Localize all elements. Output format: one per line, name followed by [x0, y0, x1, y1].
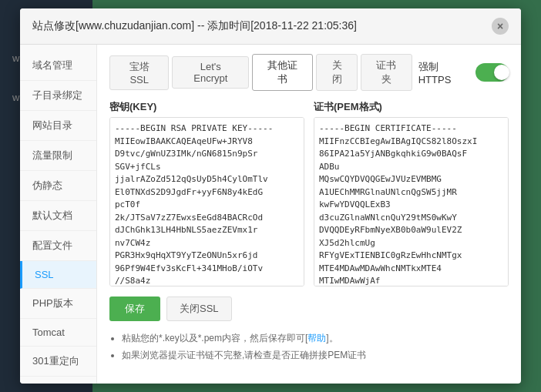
tab-close[interactable]: 关闭 [316, 54, 358, 91]
sidebar-item-tomcat[interactable]: Tomcat [20, 319, 96, 347]
tab-baota-ssl[interactable]: 宝塔SSL [109, 55, 169, 90]
cert-textarea[interactable]: -----BEGIN CERTIFICATE----- MIIFnzCCBIeg… [314, 117, 509, 286]
modal-body: 域名管理 子目录绑定 网站目录 流量限制 伪静态 默认文档 配置文件 SSL P… [20, 45, 521, 384]
sidebar-item-rewrite[interactable]: 伪静态 [20, 171, 96, 201]
modal-title: 站点修改[www.chuzudanjian.com] -- 添加时间[2018-… [32, 19, 357, 33]
cert-field: 证书(PEM格式) -----BEGIN CERTIFICATE----- MI… [314, 100, 509, 289]
sidebar-item-flowlimit[interactable]: 流量限制 [20, 141, 96, 171]
tab-letsencrypt[interactable]: Let's Encrypt [172, 56, 249, 89]
sidebar-item-phpver[interactable]: PHP版本 [20, 289, 96, 319]
sidebar-item-domainmgr[interactable]: 域名管理 [20, 51, 96, 81]
force-https-label: 强制HTTPS [418, 60, 468, 85]
save-button[interactable]: 保存 [109, 297, 160, 321]
modal-sidebar: 域名管理 子目录绑定 网站目录 流量限制 伪静态 默认文档 配置文件 SSL P… [20, 45, 97, 384]
toggle-slider[interactable] [475, 63, 509, 82]
close-ssl-button[interactable]: 关闭SSL [166, 297, 232, 321]
cert-label: 证书(PEM格式) [314, 100, 509, 114]
key-field: 密钥(KEY) -----BEGIN RSA PRIVATE KEY----- … [109, 100, 304, 289]
close-button[interactable]: × [492, 18, 509, 35]
sidebar-item-webdir[interactable]: 网站目录 [20, 111, 96, 141]
tabs-row: 宝塔SSL Let's Encrypt 其他证书 关闭 证书夹 强制HTTPS [109, 54, 509, 91]
action-row: 保存 关闭SSL [109, 297, 509, 321]
sidebar-item-defaultdoc[interactable]: 默认文档 [20, 201, 96, 231]
sidebar-item-configfile[interactable]: 配置文件 [20, 231, 96, 261]
tip-text-2: 如果浏览器提示证书链不完整,请检查是否正确拼接PEM证书 [122, 350, 366, 360]
tips-list: 粘贴您的*.key以及*.pem内容，然后保存即可[帮助]。 如果浏览器提示证书… [109, 330, 509, 364]
tab-other-cert[interactable]: 其他证书 [252, 54, 313, 91]
tip-help-link[interactable]: 帮助 [307, 333, 326, 343]
sidebar-item-ssl[interactable]: SSL [20, 261, 96, 289]
tip-suffix-1: ]。 [326, 333, 338, 343]
tip-item-1: 粘贴您的*.key以及*.pem内容，然后保存即可[帮助]。 [122, 330, 509, 347]
cert-row: 密钥(KEY) -----BEGIN RSA PRIVATE KEY----- … [109, 100, 509, 289]
key-textarea[interactable]: -----BEGIN RSA PRIVATE KEY----- MIIEowIB… [109, 117, 304, 286]
tip-text-1: 粘贴您的*.key以及*.pem内容，然后保存即可[ [122, 333, 307, 343]
modal-dialog: 站点修改[www.chuzudanjian.com] -- 添加时间[2018-… [20, 8, 521, 384]
sidebar-item-subdirbind[interactable]: 子目录绑定 [20, 81, 96, 111]
key-label: 密钥(KEY) [109, 100, 304, 114]
modal-main-content: 宝塔SSL Let's Encrypt 其他证书 关闭 证书夹 强制HTTPS … [97, 45, 521, 384]
modal-header: 站点修改[www.chuzudanjian.com] -- 添加时间[2018-… [20, 8, 521, 45]
modal-overlay: 站点修改[www.chuzudanjian.com] -- 添加时间[2018-… [0, 0, 541, 392]
force-https-toggle[interactable] [475, 63, 509, 82]
sidebar-item-301redirect[interactable]: 301重定向 [20, 347, 96, 377]
tip-item-2: 如果浏览器提示证书链不完整,请检查是否正确拼接PEM证书 [122, 347, 509, 364]
tab-cert-folder[interactable]: 证书夹 [361, 54, 412, 91]
